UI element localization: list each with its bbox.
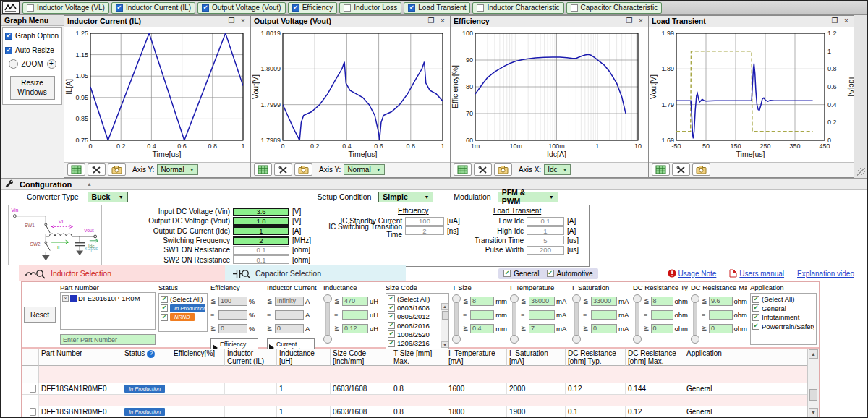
slider-upper-handle[interactable]: [691, 294, 699, 303]
range-slider[interactable]: [452, 294, 461, 344]
load-transient-field-input[interactable]: 5: [527, 236, 564, 244]
list-option-0[interactable]: ✔(Select All): [388, 295, 440, 303]
config-field-input[interactable]: 0.1: [233, 255, 289, 264]
list-option-1[interactable]: ✔General: [752, 304, 814, 312]
converter-type-select[interactable]: Buck▼: [88, 192, 128, 202]
table-row[interactable]: DFE18SBN1R0ME0In Production10603/16080.8…: [22, 406, 807, 418]
slider-upper-handle[interactable]: [572, 294, 581, 303]
scroll-up-icon[interactable]: ▲: [441, 303, 448, 310]
scroll-thumb[interactable]: [442, 311, 448, 320]
tools-button[interactable]: [274, 163, 292, 176]
tab-capacitor-selection[interactable]: Capacitor Selection: [225, 265, 406, 281]
range-input-ge[interactable]: 0: [709, 324, 733, 333]
close-button[interactable]: ×: [842, 17, 851, 25]
zoom-out-button[interactable]: -: [9, 59, 18, 69]
status-option-1[interactable]: ✔In Production: [161, 304, 205, 312]
status-checkbox[interactable]: ✔: [161, 296, 168, 303]
table-header-10[interactable]: DC Resistance [ohm] Max.: [626, 349, 684, 366]
automotive-checkbox[interactable]: ✔Automotive: [547, 270, 593, 278]
list-option-5[interactable]: ✔1206/3216: [388, 339, 440, 347]
table-header-3[interactable]: Inductor Current (IL) [A]: [225, 349, 277, 366]
range-input-le[interactable]: 470: [342, 297, 368, 306]
graph-menu-option-1[interactable]: ✔Auto Resize: [5, 46, 59, 54]
chart-window-titlebar[interactable]: Output Voltage (Vout)❐×: [251, 16, 450, 27]
list-option-3[interactable]: ✔Powertrain/Safety: [752, 323, 814, 330]
graph-menu-option-0[interactable]: ✔Graph Option: [5, 32, 59, 40]
range-input-le[interactable]: 8: [470, 297, 494, 306]
view-toggle-2[interactable]: ✔Output Voltage (Vout): [197, 2, 286, 14]
table-header-9[interactable]: DC Resistance [ohm] Typ.: [566, 349, 626, 366]
chart-window-titlebar[interactable]: Efficiency❐×: [451, 16, 648, 27]
maximize-button[interactable]: ❐: [227, 17, 236, 25]
chart-window-titlebar[interactable]: Inductor Current (IL)❐×: [64, 16, 250, 27]
slider-lower-handle[interactable]: [691, 335, 699, 344]
slider-lower-handle[interactable]: [572, 335, 581, 344]
tools-button[interactable]: [88, 163, 106, 176]
export-table-button[interactable]: [652, 163, 670, 176]
slider-lower-handle[interactable]: [452, 335, 461, 344]
list-option-2[interactable]: ✔0805/2012: [388, 313, 440, 321]
config-field-input[interactable]: 2: [233, 236, 289, 245]
list-checkbox[interactable]: ✔: [752, 314, 760, 321]
range-slider[interactable]: [691, 294, 700, 344]
table-header-8[interactable]: I_Saturation [mA]: [507, 349, 566, 366]
list-checkbox[interactable]: ✔: [388, 304, 395, 312]
view-toggle-checkbox[interactable]: [571, 4, 578, 12]
tools-button[interactable]: [474, 163, 492, 176]
reset-button[interactable]: Reset: [24, 307, 56, 323]
scroll-down-icon[interactable]: ▼: [441, 341, 448, 348]
table-header-5[interactable]: Size Code [inch/mm]: [331, 349, 391, 366]
load-transient-field-input[interactable]: 0.1: [527, 217, 564, 226]
table-row[interactable]: DFE18SAN1R0ME0In Production10603/16080.8…: [22, 383, 807, 406]
efficiency-field-input[interactable]: 2: [405, 226, 444, 235]
list-option-3[interactable]: ✔0806/2016: [388, 322, 440, 330]
range-slider[interactable]: [572, 294, 582, 344]
view-toggle-5[interactable]: ✔Load Transient: [404, 2, 470, 14]
slider-lower-handle[interactable]: [323, 335, 332, 344]
list-checkbox[interactable]: ✔: [388, 330, 395, 338]
config-field-input[interactable]: 1.8: [233, 217, 289, 226]
view-toggle-checkbox[interactable]: [344, 4, 351, 12]
slider-lower-handle[interactable]: [510, 335, 519, 344]
status-option-2[interactable]: ✔NRND: [161, 313, 205, 321]
help-link-1[interactable]: Users manual: [729, 269, 784, 278]
view-toggle-7[interactable]: Capacitor Characteristic: [566, 2, 663, 14]
table-header-6[interactable]: T Size [mm] Max.: [391, 349, 446, 366]
list-checkbox[interactable]: ✔: [752, 323, 760, 330]
list-checkbox[interactable]: ✔: [752, 296, 760, 303]
remove-part-icon[interactable]: ×: [62, 295, 69, 302]
modulation-select[interactable]: PFM & PWM▼: [498, 192, 558, 202]
list-checkbox[interactable]: ✔: [752, 304, 760, 312]
export-table-button[interactable]: [254, 163, 272, 176]
status-option-0[interactable]: ✔(Select All): [161, 295, 205, 303]
snapshot-button[interactable]: [692, 163, 710, 176]
config-field-input[interactable]: 0.1: [233, 246, 289, 255]
tools-button[interactable]: [672, 163, 690, 176]
snapshot-button[interactable]: [494, 163, 512, 176]
view-toggle-6[interactable]: Inductor Characteristic: [472, 2, 563, 14]
range-slider[interactable]: [510, 294, 519, 344]
part-number-input[interactable]: Enter Part Number: [60, 334, 156, 345]
export-table-button[interactable]: [454, 163, 472, 176]
list-scrollbar[interactable]: ▲▼: [441, 303, 448, 348]
range-input-ge[interactable]: 7: [529, 324, 555, 333]
axis-select[interactable]: Idc▼: [544, 164, 571, 175]
list-checkbox[interactable]: ✔: [388, 340, 395, 347]
range-slider[interactable]: [633, 294, 642, 344]
collapse-arrow-icon[interactable]: ▲: [87, 182, 92, 187]
scroll-down-icon[interactable]: ▼: [809, 408, 818, 417]
range-input-ge[interactable]: 0: [651, 324, 673, 333]
setup-condition-select[interactable]: Simple▼: [378, 192, 433, 202]
resize-grip[interactable]: [857, 168, 865, 176]
view-toggle-checkbox[interactable]: ✔: [116, 4, 123, 12]
range-input-ge[interactable]: 0.4: [470, 324, 494, 333]
close-button[interactable]: ×: [239, 17, 247, 25]
view-toggle-checkbox[interactable]: ✔: [408, 4, 415, 12]
axis-select[interactable]: Normal▼: [344, 164, 384, 175]
range-input-le[interactable]: 9.6: [709, 297, 733, 306]
chart-window-titlebar[interactable]: Load Transient❐×: [649, 16, 854, 27]
table-header-0[interactable]: Part Number: [39, 349, 122, 366]
view-toggle-4[interactable]: Inductor Loss: [339, 2, 401, 14]
slider-lower-handle[interactable]: [633, 335, 642, 344]
maximize-button[interactable]: ❐: [427, 17, 435, 25]
